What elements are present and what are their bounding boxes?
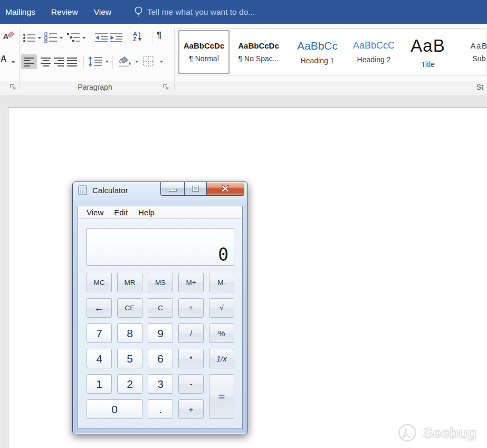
separator xyxy=(83,55,84,69)
decrease-indent-icon[interactable] xyxy=(95,33,108,43)
calc-button-divide[interactable]: / xyxy=(178,323,204,343)
calc-button-digit-1[interactable]: 1 xyxy=(87,374,112,394)
calc-button-digit-2[interactable]: 2 xyxy=(117,374,142,394)
calc-button-digit-3[interactable]: 3 xyxy=(148,374,173,394)
style-sample-normal: AaBbCcDc xyxy=(184,41,225,50)
style-h2[interactable]: AaBbCcCHeading 2 xyxy=(347,30,400,74)
font-color-button[interactable]: A xyxy=(1,55,7,63)
font-color-dropdown-arrow[interactable] xyxy=(12,61,15,63)
separator xyxy=(152,32,152,45)
calc-button-square-root[interactable]: √ xyxy=(209,298,234,318)
increase-indent-icon[interactable] xyxy=(110,33,123,43)
calculator-window: Calculator ViewEditHelp 0 MCMRMSM+M-←CEC… xyxy=(72,182,248,434)
calc-button-memory-subtract[interactable]: M- xyxy=(209,273,234,292)
separator xyxy=(112,55,113,69)
multilevel-list-icon[interactable] xyxy=(66,32,81,43)
numbering-dropdown-arrow[interactable] xyxy=(60,37,63,39)
close-button[interactable] xyxy=(207,182,244,196)
borders-icon[interactable] xyxy=(143,56,154,67)
separator xyxy=(129,32,129,45)
bullets-dropdown-arrow[interactable] xyxy=(38,37,41,39)
calc-button-memory-add[interactable]: M+ xyxy=(178,273,204,292)
line-spacing-icon[interactable] xyxy=(88,56,102,67)
align-left-button[interactable] xyxy=(21,54,37,69)
style-sample-h2: AaBbCcC xyxy=(353,40,395,51)
calculator-icon xyxy=(78,185,88,195)
clear-formatting-button[interactable]: A xyxy=(3,32,16,42)
caption-buttons xyxy=(160,182,244,196)
calc-button-add[interactable]: + xyxy=(178,399,204,419)
calc-button-digit-9[interactable]: 9 xyxy=(148,323,173,343)
minimize-button[interactable] xyxy=(160,182,184,196)
calc-menu-view[interactable]: View xyxy=(81,208,109,217)
calc-button-backspace[interactable]: ← xyxy=(87,298,112,318)
calculator-display-value: 0 xyxy=(218,246,228,263)
maximize-button[interactable] xyxy=(184,182,207,196)
paragraph-dialog-launcher-icon[interactable] xyxy=(163,83,169,90)
justify-button[interactable] xyxy=(64,54,80,69)
ribbon: A A xyxy=(0,24,487,95)
shading-dropdown-arrow[interactable] xyxy=(135,61,138,63)
calc-button-digit-0[interactable]: 0 xyxy=(87,399,142,419)
calculator-menubar: ViewEditHelp xyxy=(78,206,242,219)
style-sub[interactable]: AaBSub xyxy=(455,30,487,74)
tell-me-box[interactable]: Tell me what you want to do... xyxy=(134,0,255,24)
calc-button-equals[interactable]: = xyxy=(209,374,234,419)
calculator-display: 0 xyxy=(87,228,234,266)
ribbon-tab-view[interactable]: View xyxy=(94,7,111,17)
style-label-normal: ¶ Normal xyxy=(189,54,219,63)
calc-button-digit-5[interactable]: 5 xyxy=(117,349,142,368)
styles-gallery: AaBbCcDc¶ NormalAaBbCcDc¶ No Spac...AaBb… xyxy=(177,28,487,75)
calc-menu-edit[interactable]: Edit xyxy=(109,208,133,217)
clear-formatting-icon: A xyxy=(3,32,8,41)
calc-button-memory-recall[interactable]: MR xyxy=(117,273,142,292)
ribbon-tab-review[interactable]: Review xyxy=(51,7,78,17)
calc-button-digit-6[interactable]: 6 xyxy=(148,349,173,368)
sort-button[interactable]: A Z xyxy=(133,31,142,42)
group-separator xyxy=(19,28,20,89)
style-title[interactable]: AaBTitle xyxy=(400,30,455,74)
style-normal[interactable]: AaBbCcDc¶ Normal xyxy=(178,30,230,74)
maximize-icon xyxy=(193,186,198,191)
calculator-titlebar[interactable]: Calculator xyxy=(78,185,128,195)
seebug-watermark-text: Seebug xyxy=(423,425,476,442)
ribbon-tab-bar: MailingsReviewView Tell me what you want… xyxy=(0,0,487,24)
calc-button-reciprocal[interactable]: 1/x xyxy=(209,349,234,368)
numbering-icon[interactable] xyxy=(44,32,58,43)
calc-button-decimal[interactable]: . xyxy=(148,399,173,419)
style-label-h1: Heading 1 xyxy=(301,56,335,65)
calc-button-memory-clear[interactable]: MC xyxy=(87,273,112,292)
borders-dropdown-arrow[interactable] xyxy=(160,61,163,63)
align-left-icon xyxy=(24,57,34,66)
lightbulb-icon xyxy=(134,6,143,18)
align-right-icon xyxy=(54,57,64,66)
calc-button-percent[interactable]: % xyxy=(209,323,234,343)
style-sample-sub: AaB xyxy=(471,41,487,50)
show-paragraph-marks-button[interactable]: ¶ xyxy=(157,30,161,41)
line-spacing-dropdown-arrow[interactable] xyxy=(106,61,109,63)
multilevel-dropdown-arrow[interactable] xyxy=(82,37,85,39)
minimize-icon xyxy=(169,189,176,191)
sort-icon: A Z xyxy=(133,31,137,42)
font-dialog-launcher-icon[interactable] xyxy=(9,83,16,90)
style-sample-title: AaB xyxy=(410,36,445,56)
calc-menu-help[interactable]: Help xyxy=(133,208,160,217)
calc-button-negate[interactable]: ± xyxy=(178,298,204,318)
calc-button-digit-7[interactable]: 7 xyxy=(87,323,112,343)
bullets-icon[interactable] xyxy=(23,33,36,43)
calc-button-clear[interactable]: C xyxy=(148,298,173,318)
calc-button-subtract[interactable]: - xyxy=(178,374,204,394)
calc-button-digit-4[interactable]: 4 xyxy=(87,349,112,368)
calc-button-clear-entry[interactable]: CE xyxy=(117,298,142,318)
tell-me-label: Tell me what you want to do... xyxy=(147,7,255,17)
ribbon-tabs: MailingsReviewView xyxy=(5,0,111,24)
ribbon-tab-mailings[interactable]: Mailings xyxy=(5,7,35,17)
separator xyxy=(91,32,91,45)
calculator-window-title: Calculator xyxy=(92,186,128,195)
calc-button-memory-store[interactable]: MS xyxy=(148,273,173,292)
calc-button-multiply[interactable]: * xyxy=(178,349,204,368)
calc-button-digit-8[interactable]: 8 xyxy=(117,323,142,343)
style-h1[interactable]: AaBbCcHeading 1 xyxy=(288,30,347,74)
style-nospace[interactable]: AaBbCcDc¶ No Spac... xyxy=(230,30,288,74)
shading-icon[interactable] xyxy=(117,56,132,68)
